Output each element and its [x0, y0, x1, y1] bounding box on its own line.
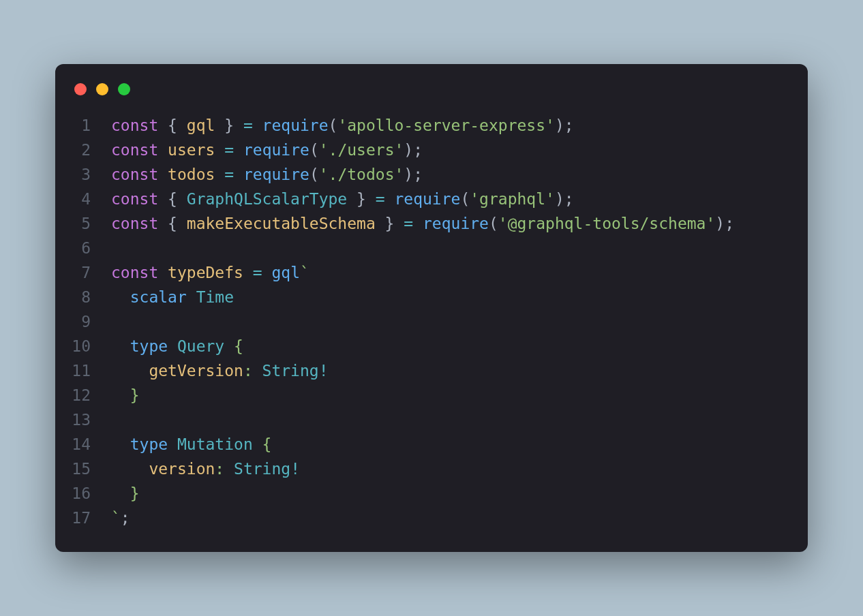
token-def: users [168, 141, 215, 159]
line-number: 7 [55, 260, 111, 285]
token-def: todos [168, 166, 215, 183]
token-tmpl [111, 288, 130, 306]
token-op: = [224, 166, 234, 183]
code-content: `; [111, 506, 130, 530]
line-number: 13 [55, 407, 111, 432]
token-tmpl [111, 435, 130, 453]
token-punct: { [158, 215, 187, 232]
token-tmpl [168, 435, 177, 453]
code-line: 3const todos = require('./todos'); [55, 162, 808, 187]
token-def: gql [187, 117, 215, 134]
code-line: 14 type Mutation { [55, 432, 808, 457]
token-punct [158, 141, 168, 159]
token-str: './users' [319, 141, 404, 159]
code-content: getVersion: String! [111, 358, 329, 383]
token-punct: ( [309, 141, 319, 159]
token-fn: require [262, 117, 329, 134]
token-punct: ( [329, 117, 338, 134]
token-ident: GraphQLScalarType [187, 190, 347, 208]
token-kw: const [111, 117, 158, 134]
code-line: 9 [55, 309, 808, 334]
token-def: makeExecutableSchema [187, 215, 376, 232]
code-line: 11 getVersion: String! [55, 358, 808, 383]
token-op: = [404, 215, 413, 232]
line-number: 17 [55, 506, 111, 530]
token-str: 'graphql' [470, 190, 555, 208]
code-content: const users = require('./users'); [111, 138, 423, 162]
line-number: 9 [55, 309, 111, 334]
token-kw: const [111, 166, 158, 183]
code-line: 12 } [55, 383, 808, 407]
token-tmpl: ` [111, 509, 121, 527]
token-punct [413, 215, 423, 232]
token-tmpl: : [215, 460, 234, 478]
close-icon[interactable] [74, 83, 87, 95]
token-punct: ( [489, 215, 498, 232]
token-punct: ( [460, 190, 470, 208]
token-tmpl [187, 288, 196, 306]
line-number: 6 [55, 236, 111, 260]
token-punct: } [215, 117, 243, 134]
line-number: 12 [55, 383, 111, 407]
token-punct: { [158, 117, 187, 134]
token-def: version [149, 460, 215, 478]
maximize-icon[interactable] [118, 83, 130, 95]
line-number: 2 [55, 138, 111, 162]
token-punct: ); [404, 166, 423, 183]
code-content: const { gql } = require('apollo-server-e… [111, 113, 574, 138]
code-content: const { GraphQLScalarType } = require('g… [111, 187, 574, 211]
token-fn: require [243, 141, 309, 159]
code-line: 8 scalar Time [55, 285, 808, 309]
token-tmpl [111, 460, 149, 478]
token-punct [262, 264, 272, 281]
token-tmpl: } [111, 386, 140, 404]
token-tmpl: : [243, 362, 262, 380]
token-op: = [376, 190, 385, 208]
token-fn: require [394, 190, 460, 208]
code-content: scalar Time [111, 285, 234, 309]
token-op: = [253, 264, 262, 281]
token-punct [158, 166, 168, 183]
token-fn: require [243, 166, 309, 183]
code-content: const typeDefs = gql` [111, 260, 309, 285]
token-kw: const [111, 264, 158, 281]
code-window: 1const { gql } = require('apollo-server-… [55, 64, 808, 552]
code-content: version: String! [111, 457, 300, 481]
token-kw: const [111, 190, 158, 208]
code-line: 6 [55, 236, 808, 260]
code-editor[interactable]: 1const { gql } = require('apollo-server-… [55, 113, 808, 530]
line-number: 1 [55, 113, 111, 138]
token-punct [234, 166, 243, 183]
token-punct: ); [555, 117, 574, 134]
code-line: 5const { makeExecutableSchema } = requir… [55, 211, 808, 236]
code-line: 1const { gql } = require('apollo-server-… [55, 113, 808, 138]
token-punct [215, 141, 224, 159]
token-punct [234, 141, 243, 159]
token-ident: Time [196, 288, 234, 306]
token-tmpl: ` [300, 264, 309, 281]
token-def: typeDefs [168, 264, 243, 281]
code-line: 16 } [55, 481, 808, 506]
token-ident: String [262, 362, 319, 380]
code-content: type Query { [111, 334, 243, 358]
line-number: 15 [55, 457, 111, 481]
token-punct [158, 264, 168, 281]
code-content: type Mutation { [111, 432, 271, 457]
code-content: } [111, 383, 140, 407]
token-punct: ); [555, 190, 574, 208]
token-def: getVersion [149, 362, 243, 380]
token-punct: ( [309, 166, 319, 183]
code-line: 10 type Query { [55, 334, 808, 358]
code-line: 4const { GraphQLScalarType } = require('… [55, 187, 808, 211]
token-fn: gql [271, 264, 300, 281]
code-content: } [111, 481, 140, 506]
minimize-icon[interactable] [96, 83, 108, 95]
token-tmpl [111, 337, 130, 355]
code-content: const { makeExecutableSchema } = require… [111, 211, 734, 236]
token-typekw: type [130, 337, 168, 355]
token-tmpl: { [224, 337, 243, 355]
token-punct [385, 190, 395, 208]
token-punct [253, 117, 262, 134]
code-line: 17`; [55, 506, 808, 530]
token-punct [243, 264, 253, 281]
